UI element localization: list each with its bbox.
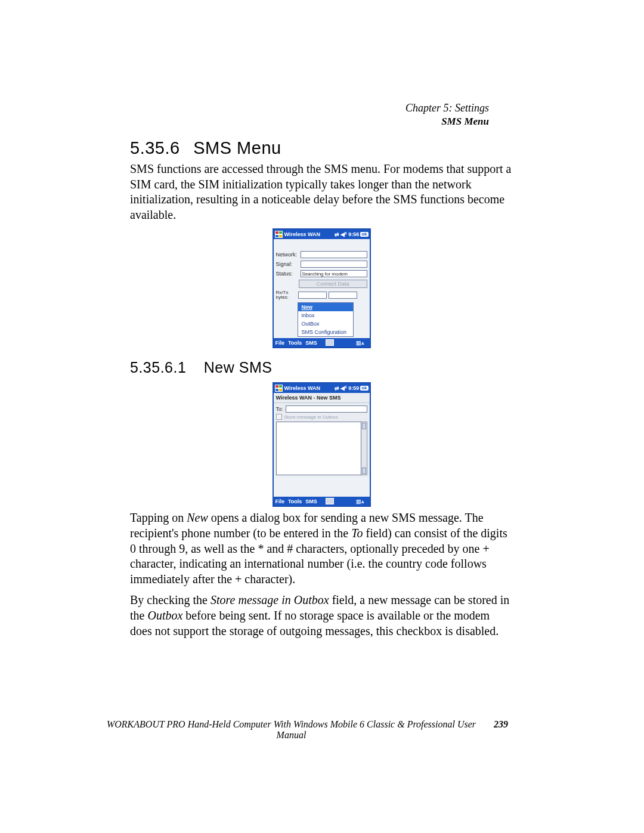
footer-bar: File Tools SMS ▥▴ bbox=[274, 497, 370, 506]
status-field[interactable]: Searching for modem bbox=[301, 270, 367, 277]
titlebar: Wireless WAN ⇄ ◀ᴱ 9:56 ok bbox=[274, 230, 370, 239]
section-title: SMS Menu bbox=[193, 138, 281, 157]
titlebar-icons: ⇄ ◀ᴱ 9:56 ok bbox=[335, 232, 368, 237]
figure-sms-menu: Wireless WAN ⇄ ◀ᴱ 9:56 ok Network: bbox=[130, 228, 513, 348]
sms-dropdown-menu: New Inbox OutBox SMS Configuration bbox=[298, 302, 354, 337]
dialog-subtitle: Wireless WAN - New SMS bbox=[274, 393, 370, 403]
keyboard-icon[interactable] bbox=[326, 498, 334, 504]
document-page: Chapter 5: Settings SMS Menu 5.35.6 SMS … bbox=[0, 0, 644, 833]
menu-item-new[interactable]: New bbox=[298, 303, 353, 311]
footer-bar: File Tools SMS ▥▴ bbox=[274, 338, 370, 347]
connect-data-button[interactable]: Connect Data bbox=[299, 280, 367, 288]
wm-window-new-sms: Wireless WAN ⇄ ◀ᴱ 9:59 ok Wireless WAN -… bbox=[273, 382, 371, 507]
ok-button[interactable]: ok bbox=[360, 386, 368, 391]
to-label: To: bbox=[276, 406, 283, 412]
message-textarea[interactable] bbox=[276, 422, 361, 475]
content-area: 5.35.6 SMS Menu SMS functions are access… bbox=[130, 138, 513, 639]
window-body: Wireless WAN - New SMS To: Store message… bbox=[274, 393, 370, 497]
para-store-outbox: By checking the Store message in Outbox … bbox=[130, 593, 513, 639]
footer-right-icon[interactable]: ▥▴ bbox=[356, 340, 364, 346]
page-number: 239 bbox=[494, 719, 508, 730]
subsection-title: New SMS bbox=[204, 359, 273, 376]
titlebar: Wireless WAN ⇄ ◀ᴱ 9:59 ok bbox=[274, 383, 370, 393]
signal-label: Signal: bbox=[276, 261, 299, 267]
footer-sms[interactable]: SMS bbox=[305, 340, 317, 346]
network-field[interactable] bbox=[301, 251, 367, 258]
rxtx-label: Rx/Tx bytes: bbox=[276, 290, 296, 300]
footer-tools[interactable]: Tools bbox=[288, 498, 302, 504]
figure-new-sms: Wireless WAN ⇄ ◀ᴱ 9:59 ok Wireless WAN -… bbox=[130, 382, 513, 507]
signal-field[interactable] bbox=[301, 261, 367, 268]
section-number: 5.35.6 bbox=[130, 138, 180, 157]
chapter-label: Chapter 5: Settings bbox=[405, 101, 489, 115]
intro-paragraph: SMS functions are accessed through the S… bbox=[130, 162, 513, 222]
speaker-icon: ◀ᴱ bbox=[340, 232, 347, 237]
scrollbar[interactable] bbox=[361, 422, 367, 475]
topic-label: SMS Menu bbox=[405, 115, 489, 128]
status-label: Status: bbox=[276, 271, 299, 277]
windows-flag-icon bbox=[275, 231, 283, 238]
windows-flag-icon bbox=[275, 385, 283, 392]
page-header: Chapter 5: Settings SMS Menu bbox=[405, 101, 489, 128]
sync-icon: ⇄ bbox=[335, 386, 339, 391]
store-in-outbox-label: Store message in Outbox bbox=[284, 414, 338, 420]
section-heading: 5.35.6 SMS Menu bbox=[130, 138, 513, 158]
footer-manual-title: WORKABOUT PRO Hand-Held Computer With Wi… bbox=[98, 719, 484, 741]
para-new-sms: Tapping on New opens a dialog box for se… bbox=[130, 510, 513, 587]
page-footer: WORKABOUT PRO Hand-Held Computer With Wi… bbox=[98, 719, 508, 741]
to-field[interactable] bbox=[286, 405, 367, 413]
window-title: Wireless WAN bbox=[284, 385, 335, 391]
sync-icon: ⇄ bbox=[335, 232, 339, 237]
footer-file[interactable]: File bbox=[275, 498, 285, 504]
ok-button[interactable]: ok bbox=[360, 232, 368, 237]
footer-file[interactable]: File bbox=[275, 340, 285, 346]
subsection-number: 5.35.6.1 bbox=[130, 359, 186, 376]
titlebar-icons: ⇄ ◀ᴱ 9:59 ok bbox=[335, 386, 368, 391]
speaker-icon: ◀ᴱ bbox=[340, 386, 347, 391]
wm-window-sms-menu: Wireless WAN ⇄ ◀ᴱ 9:56 ok Network: bbox=[273, 228, 371, 348]
footer-sms[interactable]: SMS bbox=[305, 498, 317, 504]
clock-text: 9:56 bbox=[348, 232, 359, 237]
rx-field[interactable] bbox=[298, 292, 327, 299]
menu-item-outbox[interactable]: OutBox bbox=[298, 320, 353, 328]
window-title: Wireless WAN bbox=[284, 231, 335, 237]
keyboard-icon[interactable] bbox=[326, 339, 334, 346]
store-in-outbox-checkbox[interactable] bbox=[276, 414, 282, 420]
menu-item-inbox[interactable]: Inbox bbox=[298, 311, 353, 320]
menu-item-sms-config[interactable]: SMS Configuration bbox=[298, 328, 353, 336]
tx-field[interactable] bbox=[329, 292, 357, 299]
footer-tools[interactable]: Tools bbox=[288, 340, 302, 346]
window-body: Network: Signal: Status: Searching for m… bbox=[274, 239, 370, 338]
clock-text: 9:59 bbox=[348, 386, 359, 391]
footer-right-icon[interactable]: ▥▴ bbox=[356, 498, 364, 504]
network-label: Network: bbox=[276, 252, 299, 258]
subsection-heading: 5.35.6.1 New SMS bbox=[130, 359, 513, 376]
